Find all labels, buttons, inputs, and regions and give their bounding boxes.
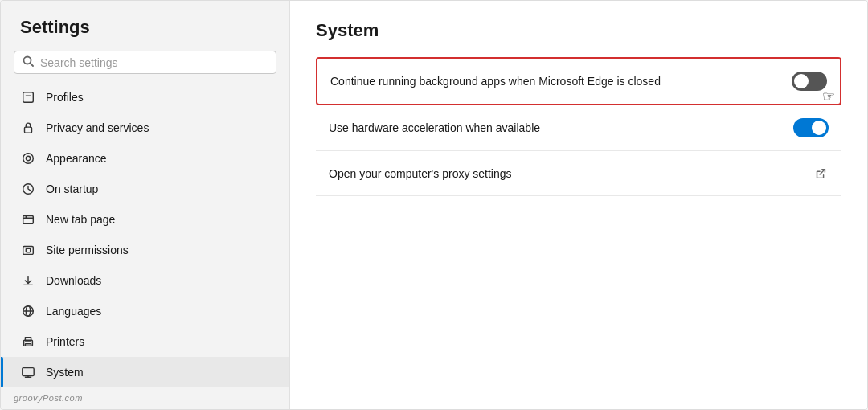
setting-label-hardware-acceleration: Use hardware acceleration when available <box>329 121 540 134</box>
toggle-background-apps[interactable] <box>792 72 827 91</box>
sidebar-label-startup: On startup <box>46 182 98 195</box>
sidebar-item-permissions[interactable]: Site permissions <box>1 235 289 265</box>
external-link-icon[interactable] <box>813 166 829 182</box>
sidebar-title: Settings <box>1 7 289 46</box>
sidebar-item-languages[interactable]: Languages <box>1 296 289 326</box>
sidebar-item-appearance[interactable]: Appearance <box>1 143 289 174</box>
svg-line-26 <box>820 169 825 174</box>
setting-row-proxy: Open your computer's proxy settings <box>316 151 841 196</box>
svg-rect-12 <box>26 248 30 252</box>
svg-point-6 <box>26 156 30 160</box>
sidebar-item-privacy[interactable]: Privacy and services <box>1 113 289 143</box>
svg-line-1 <box>31 64 34 67</box>
sidebar-label-privacy: Privacy and services <box>46 121 149 134</box>
svg-rect-20 <box>25 344 31 346</box>
setting-label-background-apps: Continue running background apps when Mi… <box>330 75 661 88</box>
sidebar-label-permissions: Site permissions <box>46 244 129 256</box>
setting-label-proxy: Open your computer's proxy settings <box>329 167 512 180</box>
page-title: System <box>316 20 841 41</box>
nav-list: Profiles Privacy and services Appearance… <box>1 82 289 387</box>
system-icon <box>20 364 36 380</box>
settings-window: Settings Profiles Pri <box>0 0 868 410</box>
sidebar-label-system: System <box>46 366 84 379</box>
sidebar: Settings Profiles Pri <box>1 1 290 409</box>
svg-rect-21 <box>23 368 34 376</box>
profile-icon <box>20 89 36 105</box>
sidebar-item-profiles[interactable]: Profiles <box>1 82 289 113</box>
sidebar-label-newtab: New tab page <box>46 213 115 226</box>
appearance-icon <box>20 150 36 166</box>
sidebar-item-startup[interactable]: On startup <box>1 174 289 204</box>
search-box[interactable] <box>14 51 276 74</box>
downloads-icon <box>20 273 36 289</box>
setting-row-background-apps: Continue running background apps when Mi… <box>316 57 841 105</box>
printers-icon <box>20 334 36 350</box>
watermark: groovyPost.com <box>1 387 289 409</box>
svg-rect-8 <box>23 216 34 224</box>
toggle-hardware-acceleration[interactable] <box>793 118 829 137</box>
svg-rect-2 <box>23 92 34 103</box>
newtab-icon <box>20 211 36 228</box>
search-icon <box>23 55 34 69</box>
sidebar-label-printers: Printers <box>46 335 84 348</box>
search-input[interactable] <box>40 56 268 69</box>
svg-rect-4 <box>25 127 32 133</box>
sidebar-label-profiles: Profiles <box>46 91 84 104</box>
sidebar-item-newtab[interactable]: New tab page <box>1 204 289 235</box>
svg-rect-19 <box>25 338 31 342</box>
setting-row-hardware-acceleration: Use hardware acceleration when available <box>316 105 841 151</box>
sidebar-label-downloads: Downloads <box>46 274 101 287</box>
settings-section: Continue running background apps when Mi… <box>316 57 841 196</box>
privacy-icon <box>20 120 36 136</box>
sidebar-label-languages: Languages <box>46 305 101 318</box>
main-content: System Continue running background apps … <box>290 1 867 409</box>
sidebar-item-downloads[interactable]: Downloads <box>1 265 289 296</box>
languages-icon <box>20 303 36 319</box>
toggle-slider-hardware-acceleration[interactable] <box>793 118 829 137</box>
startup-icon <box>20 181 36 197</box>
svg-point-5 <box>23 154 34 164</box>
toggle-slider-background-apps[interactable] <box>792 72 827 91</box>
svg-rect-11 <box>23 247 34 255</box>
sidebar-label-appearance: Appearance <box>46 152 107 165</box>
sidebar-item-printers[interactable]: Printers <box>1 326 289 357</box>
sidebar-item-system[interactable]: System <box>1 357 289 387</box>
permissions-icon <box>20 242 36 258</box>
